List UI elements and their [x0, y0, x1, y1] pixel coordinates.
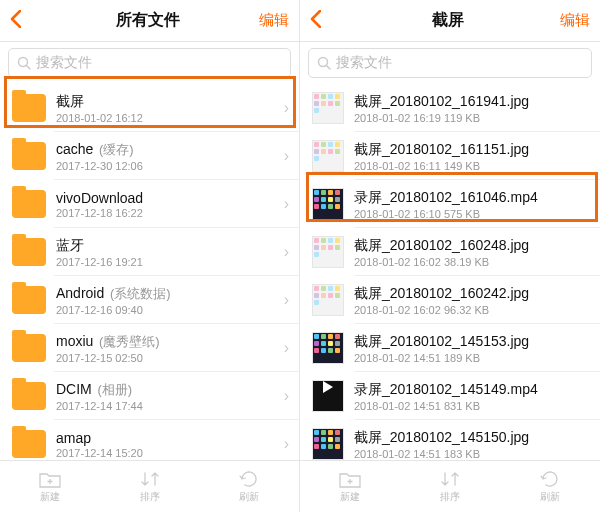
file-meta: 2018-01-02 16:02 38.19 KB: [354, 256, 590, 268]
file-row[interactable]: 截屏_20180102_145153.jpg2018-01-02 14:51 1…: [300, 324, 600, 372]
video-thumbnail: [312, 380, 344, 412]
search-placeholder: 搜索文件: [36, 54, 92, 72]
image-thumbnail: [312, 332, 344, 364]
file-name: 录屏_20180102_161046.mp4: [354, 189, 590, 207]
new-folder-button[interactable]: 新建: [0, 461, 100, 512]
file-list: 截屏_20180102_161941.jpg2018-01-02 16:19 1…: [300, 84, 600, 460]
page-title: 所有文件: [116, 10, 180, 31]
right-pane: 截屏 编辑 搜索文件 截屏_20180102_161941.jpg2018-01…: [300, 0, 600, 512]
folder-icon: [12, 94, 46, 122]
chevron-right-icon: ›: [284, 99, 289, 117]
edit-button[interactable]: 编辑: [556, 11, 590, 30]
folder-meta: 2017-12-16 19:21: [56, 256, 278, 268]
bottom-toolbar: 新建 排序 刷新: [300, 460, 600, 512]
folder-name: DCIM (相册): [56, 381, 278, 399]
file-name: 截屏_20180102_145150.jpg: [354, 429, 590, 447]
page-title: 截屏: [432, 10, 464, 31]
svg-line-1: [27, 66, 31, 70]
file-row[interactable]: 录屏_20180102_145149.mp42018-01-02 14:51 8…: [300, 372, 600, 420]
search-icon: [17, 56, 31, 70]
folder-meta: 2017-12-14 17:44: [56, 400, 278, 412]
back-button[interactable]: [10, 8, 40, 34]
folder-meta: 2017-12-16 09:40: [56, 304, 278, 316]
file-row[interactable]: 截屏_20180102_160242.jpg2018-01-02 16:02 9…: [300, 276, 600, 324]
refresh-icon: [540, 470, 560, 488]
sort-button[interactable]: 排序: [100, 461, 200, 512]
image-thumbnail: [312, 284, 344, 316]
folder-icon: [12, 334, 46, 362]
chevron-right-icon: ›: [284, 387, 289, 405]
sort-icon: [440, 470, 460, 488]
file-row[interactable]: 截屏_20180102_161941.jpg2018-01-02 16:19 1…: [300, 84, 600, 132]
folder-row[interactable]: 截屏2018-01-02 16:12›: [0, 84, 299, 132]
file-meta: 2018-01-02 16:02 96.32 KB: [354, 304, 590, 316]
file-meta: 2018-01-02 16:19 119 KB: [354, 112, 590, 124]
refresh-button[interactable]: 刷新: [199, 461, 299, 512]
folder-name: 蓝牙: [56, 237, 278, 255]
chevron-right-icon: ›: [284, 243, 289, 261]
image-thumbnail: [312, 140, 344, 172]
folder-meta: 2017-12-15 02:50: [56, 352, 278, 364]
navbar: 所有文件 编辑: [0, 0, 299, 42]
folder-row[interactable]: amap2017-12-14 15:20›: [0, 420, 299, 460]
search-icon: [317, 56, 331, 70]
folder-row[interactable]: vivoDownload2017-12-18 16:22›: [0, 180, 299, 228]
search-bar: 搜索文件: [0, 42, 299, 84]
file-meta: 2018-01-02 16:11 149 KB: [354, 160, 590, 172]
search-input[interactable]: 搜索文件: [308, 48, 592, 78]
file-row[interactable]: 录屏_20180102_161046.mp42018-01-02 16:10 5…: [300, 180, 600, 228]
left-pane: 所有文件 编辑 搜索文件 截屏2018-01-02 16:12›cache (缓…: [0, 0, 300, 512]
image-thumbnail: [312, 236, 344, 268]
navbar: 截屏 编辑: [300, 0, 600, 42]
search-placeholder: 搜索文件: [336, 54, 392, 72]
file-row[interactable]: 截屏_20180102_161151.jpg2018-01-02 16:11 1…: [300, 132, 600, 180]
edit-button[interactable]: 编辑: [255, 11, 289, 30]
image-thumbnail: [312, 92, 344, 124]
folder-row[interactable]: cache (缓存)2017-12-30 12:06›: [0, 132, 299, 180]
new-folder-icon: [39, 470, 61, 488]
folder-row[interactable]: moxiu (魔秀壁纸)2017-12-15 02:50›: [0, 324, 299, 372]
folder-row[interactable]: 蓝牙2017-12-16 19:21›: [0, 228, 299, 276]
file-name: 截屏_20180102_160242.jpg: [354, 285, 590, 303]
folder-name: cache (缓存): [56, 141, 278, 159]
file-meta: 2018-01-02 14:51 831 KB: [354, 400, 590, 412]
folder-row[interactable]: DCIM (相册)2017-12-14 17:44›: [0, 372, 299, 420]
folder-meta: 2017-12-18 16:22: [56, 207, 278, 219]
new-folder-button[interactable]: 新建: [300, 461, 400, 512]
folder-name: amap: [56, 430, 278, 446]
folder-row[interactable]: Android (系统数据)2017-12-16 09:40›: [0, 276, 299, 324]
file-name: 截屏_20180102_161151.jpg: [354, 141, 590, 159]
folder-meta: 2017-12-30 12:06: [56, 160, 278, 172]
back-button[interactable]: [310, 8, 340, 34]
new-folder-icon: [339, 470, 361, 488]
bottom-toolbar: 新建 排序 刷新: [0, 460, 299, 512]
search-bar: 搜索文件: [300, 42, 600, 84]
file-meta: 2018-01-02 14:51 183 KB: [354, 448, 590, 460]
refresh-icon: [239, 470, 259, 488]
folder-meta: 2018-01-02 16:12: [56, 112, 278, 124]
sort-icon: [140, 470, 160, 488]
chevron-right-icon: ›: [284, 147, 289, 165]
file-list: 截屏2018-01-02 16:12›cache (缓存)2017-12-30 …: [0, 84, 299, 460]
folder-meta: 2017-12-14 15:20: [56, 447, 278, 459]
file-row[interactable]: 截屏_20180102_145150.jpg2018-01-02 14:51 1…: [300, 420, 600, 460]
chevron-right-icon: ›: [284, 291, 289, 309]
image-thumbnail: [312, 188, 344, 220]
file-row[interactable]: 截屏_20180102_160248.jpg2018-01-02 16:02 3…: [300, 228, 600, 276]
search-input[interactable]: 搜索文件: [8, 48, 291, 78]
sort-button[interactable]: 排序: [400, 461, 500, 512]
file-name: 截屏_20180102_160248.jpg: [354, 237, 590, 255]
chevron-right-icon: ›: [284, 339, 289, 357]
folder-icon: [12, 142, 46, 170]
folder-icon: [12, 238, 46, 266]
folder-icon: [12, 286, 46, 314]
folder-name: moxiu (魔秀壁纸): [56, 333, 278, 351]
file-name: 截屏_20180102_145153.jpg: [354, 333, 590, 351]
file-meta: 2018-01-02 16:10 575 KB: [354, 208, 590, 220]
chevron-right-icon: ›: [284, 195, 289, 213]
file-name: 截屏_20180102_161941.jpg: [354, 93, 590, 111]
folder-icon: [12, 382, 46, 410]
svg-line-3: [327, 66, 331, 70]
refresh-button[interactable]: 刷新: [500, 461, 600, 512]
folder-name: Android (系统数据): [56, 285, 278, 303]
